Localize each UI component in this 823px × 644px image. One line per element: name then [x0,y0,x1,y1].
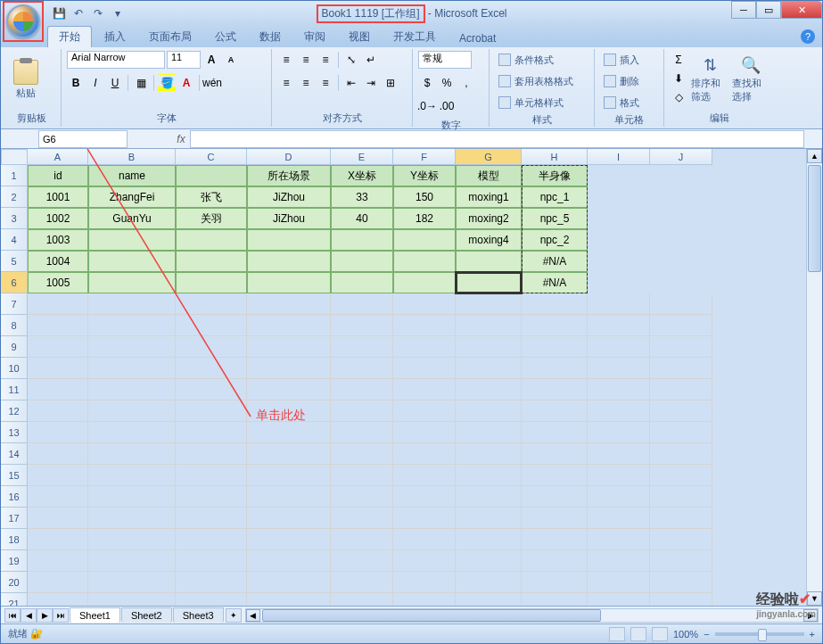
row-header-10[interactable]: 10 [1,358,28,379]
col-header-H[interactable]: H [522,149,588,165]
cell-C3[interactable]: 关羽 [176,208,247,229]
sheet-nav-last[interactable]: ⏭ [53,608,69,623]
tab-layout[interactable]: 页面布局 [138,27,202,47]
cell-G17[interactable] [456,508,522,529]
tab-home[interactable]: 开始 [47,26,92,47]
cell-E10[interactable] [331,358,393,379]
cell-H7[interactable] [522,293,588,315]
cell-D7[interactable] [247,293,331,315]
cell-C11[interactable] [176,379,247,400]
tab-formulas[interactable]: 公式 [204,27,247,47]
align-center-icon[interactable]: ≡ [297,74,315,92]
cell-F12[interactable] [393,400,456,422]
cell-A5[interactable]: 1004 [28,251,88,272]
cell-A6[interactable]: 1005 [28,272,88,293]
align-bottom-icon[interactable]: ≡ [317,51,334,69]
sheet-nav-prev[interactable]: ◀ [21,608,37,623]
fx-button[interactable]: fx [172,130,190,148]
cell-A20[interactable] [28,572,88,593]
cell-D12[interactable] [247,400,331,422]
cell-B11[interactable] [88,379,176,400]
minimize-button[interactable]: ─ [731,1,756,19]
cell-G11[interactable] [456,379,522,400]
cell-A3[interactable]: 1002 [28,208,88,229]
font-size-select[interactable]: 11 [167,51,201,69]
scroll-left-icon[interactable]: ◀ [246,609,260,622]
row-header-13[interactable]: 13 [1,422,28,443]
cell-C17[interactable] [176,508,247,529]
cell-H3[interactable]: npc_5 [522,208,588,229]
sheet-nav-first[interactable]: ⏮ [4,608,21,623]
cell-I18[interactable] [588,529,650,550]
row-header-2[interactable]: 2 [1,186,28,208]
cell-E12[interactable] [331,400,393,422]
cell-G2[interactable]: moxing1 [456,186,522,208]
cell-G18[interactable] [456,529,522,550]
cell-A14[interactable] [28,443,88,465]
qat-dropdown-icon[interactable]: ▾ [110,5,126,21]
cell-E16[interactable] [331,486,393,508]
cell-J9[interactable] [650,336,712,358]
cell-F20[interactable] [393,572,456,593]
format-table-button[interactable]: 套用表格格式 [495,72,577,90]
fill-color-button[interactable]: 🪣 [158,74,176,92]
cell-J11[interactable] [650,379,712,400]
cell-F19[interactable] [393,550,456,572]
cell-H11[interactable] [522,379,588,400]
cell-D18[interactable] [247,529,331,550]
tab-view[interactable]: 视图 [338,27,381,47]
scroll-up-icon[interactable]: ▲ [807,149,822,163]
cell-J7[interactable] [650,293,712,315]
merge-button[interactable]: ⊞ [382,74,399,92]
align-middle-icon[interactable]: ≡ [297,51,315,69]
phonetic-button[interactable]: wén [203,74,221,92]
cell-I10[interactable] [588,358,650,379]
cell-G5[interactable] [456,251,522,272]
cell-I7[interactable] [588,293,650,315]
align-right-icon[interactable]: ≡ [317,74,334,92]
col-header-E[interactable]: E [331,149,393,165]
cell-F15[interactable] [393,465,456,486]
cell-J18[interactable] [650,529,712,550]
cell-D13[interactable] [247,422,331,443]
view-layout-button[interactable] [630,627,646,641]
cell-F6[interactable] [393,272,456,293]
decrease-decimal-icon[interactable]: .00 [438,97,456,115]
cell-E20[interactable] [331,572,393,593]
save-icon[interactable]: 💾 [51,5,67,21]
col-header-G[interactable]: G [456,149,522,165]
cell-styles-button[interactable]: 单元格样式 [495,94,567,111]
cell-C8[interactable] [176,315,247,336]
view-normal-button[interactable] [609,627,625,641]
cell-F10[interactable] [393,358,456,379]
sort-filter-button[interactable]: ⇅ 排序和筛选 [691,51,728,108]
row-header-20[interactable]: 20 [1,572,28,593]
row-header-19[interactable]: 19 [1,550,28,572]
cell-D3[interactable]: JiZhou [247,208,331,229]
cell-D6[interactable] [247,272,331,293]
cell-C13[interactable] [176,422,247,443]
zoom-out-button[interactable]: − [704,629,709,640]
cells-area[interactable]: idname所在场景X坐标Y坐标模型半身像1001ZhangFei张飞JiZho… [28,165,806,606]
cell-C7[interactable] [176,293,247,315]
cell-H19[interactable] [522,550,588,572]
cell-A1[interactable]: id [28,165,88,186]
cell-J10[interactable] [650,358,712,379]
cell-B20[interactable] [88,572,176,593]
row-header-17[interactable]: 17 [1,508,28,529]
cell-F9[interactable] [393,336,456,358]
row-header-18[interactable]: 18 [1,529,28,550]
cell-A10[interactable] [28,358,88,379]
cell-B5[interactable] [88,251,176,272]
cell-J17[interactable] [650,508,712,529]
zoom-in-button[interactable]: + [810,629,815,640]
font-name-select[interactable]: Arial Narrow [67,51,165,69]
cell-H16[interactable] [522,486,588,508]
row-header-8[interactable]: 8 [1,315,28,336]
cell-F21[interactable] [393,593,456,606]
cell-D9[interactable] [247,336,331,358]
cell-A21[interactable] [28,593,88,606]
cell-F17[interactable] [393,508,456,529]
col-header-F[interactable]: F [393,149,456,165]
cell-D14[interactable] [247,443,331,465]
